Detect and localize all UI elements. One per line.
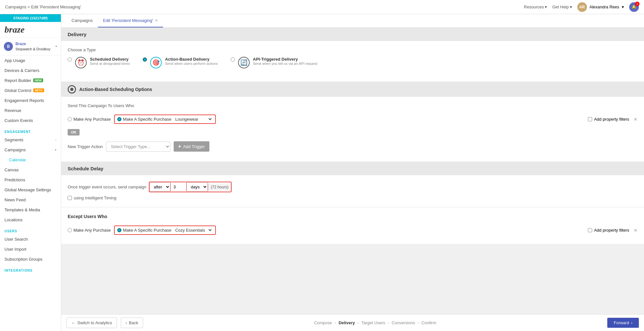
make-specific-purchase-option[interactable]: Make A Specific Purchase [117, 117, 171, 122]
user-menu[interactable]: AR Alexandra Rees ▾ [577, 2, 624, 12]
chevron-right-icon: › [55, 138, 56, 142]
close-icon-1[interactable]: ✕ [634, 117, 638, 122]
add-trigger-button[interactable]: + Add Trigger [174, 141, 209, 152]
scheduled-radio[interactable] [68, 57, 72, 62]
braze-logo: braze [5, 25, 24, 35]
layout: STAGING (15217d8f) braze B Braze Stopwat… [0, 14, 644, 331]
schedule-delay-header: Schedule Delay [61, 162, 644, 175]
intelligent-timing-label: using Intelligent Timing [74, 196, 116, 200]
add-property-checkbox-2[interactable] [588, 228, 592, 232]
cozy-essentials-select[interactable]: Cozy Essentials [174, 227, 213, 233]
except-make-any-purchase-radio[interactable] [68, 228, 72, 232]
delivery-title: Delivery [68, 32, 86, 37]
sidebar-item-user-search[interactable]: User Search [0, 234, 61, 244]
specific-purchase-box: Make A Specific Purchase Loungewear [114, 115, 216, 124]
switch-analytics-button[interactable]: ← Switch to Analytics [66, 317, 117, 328]
gethelp-menu[interactable]: Get Help ▾ [552, 5, 572, 9]
sidebar-item-calendar[interactable]: Calendar [0, 155, 61, 165]
delivery-body: Choose a Type ⏰ Scheduled Delivery Send … [61, 41, 644, 81]
api-triggered-radio[interactable] [231, 57, 235, 62]
after-select[interactable]: after [149, 182, 170, 192]
users-section-label: USERS [0, 225, 61, 234]
brand-icon: B [4, 42, 13, 51]
add-property-label-1: Add property filters [594, 117, 629, 122]
make-any-purchase-option[interactable]: Make Any Purchase [68, 117, 111, 122]
topbar-right: Resources ▾ Get Help ▾ AR Alexandra Rees… [524, 2, 639, 12]
sidebar-item-user-import[interactable]: User Import [0, 244, 61, 254]
sidebar-item-segments[interactable]: Segments › [0, 135, 61, 145]
scheduled-subtitle: Send at designated times [90, 62, 130, 65]
step-delivery: Delivery [339, 320, 355, 325]
close-icon[interactable]: ✕ [155, 18, 158, 23]
send-campaign-label: Send This Campaign To Users Who [68, 103, 638, 108]
api-triggered-delivery-option[interactable]: 🔄 API-Triggered Delivery Send when you t… [231, 57, 317, 68]
sidebar-item-news-feed[interactable]: News Feed [0, 195, 61, 205]
notification-badge: 2 [635, 2, 639, 6]
notification-button[interactable]: 2 🔔 [629, 2, 639, 12]
unit-select[interactable]: days [187, 182, 208, 192]
schedule-label: Once trigger event occurs, send campaign [68, 185, 146, 189]
schedule-delay-body: Once trigger event occurs, send campaign… [61, 175, 644, 207]
except-users-title: Except Users Who [68, 214, 638, 219]
except-make-any-purchase-option[interactable]: Make Any Purchase [68, 228, 111, 233]
add-property-checkbox-1[interactable] [588, 117, 592, 121]
engagement-section-label: ENGAGEMENT [0, 125, 61, 135]
main: Campaigns Edit 'Persistent Messaging' ✕ … [61, 14, 644, 331]
sidebar-item-global-message-settings[interactable]: Global Message Settings [0, 185, 61, 195]
forward-button[interactable]: Forward › [607, 318, 639, 328]
resources-menu[interactable]: Resources ▾ [524, 5, 547, 9]
gethelp-label: Get Help [552, 5, 569, 9]
topbar: Campaigns > Edit 'Persistent Messaging' … [0, 0, 644, 14]
schedule-delay-row: Once trigger event occurs, send campaign… [68, 182, 638, 192]
action-based-delivery-option[interactable]: 🎯 Action-Based Delivery Send when users … [143, 57, 218, 68]
back-button[interactable]: ‹ Back [121, 317, 143, 328]
chevron-down-icon: ▾ [545, 5, 547, 9]
make-any-purchase-radio[interactable] [68, 117, 72, 121]
close-icon-2[interactable]: ✕ [634, 228, 638, 233]
step-confirm: Confirm [421, 320, 436, 325]
sidebar-item-revenue[interactable]: Revenue [0, 105, 61, 115]
step-compose: Compose [314, 320, 332, 325]
step-target-users: Target Users [361, 320, 385, 325]
scheduled-delivery-option[interactable]: ⏰ Scheduled Delivery Send at designated … [68, 57, 130, 68]
sidebar-item-report-builder[interactable]: Report Builder NEW [0, 75, 61, 85]
sidebar-item-global-control[interactable]: Global Control BETA [0, 85, 61, 95]
clock-icon: ⏰ [75, 57, 87, 68]
days-input[interactable] [170, 183, 187, 191]
sidebar-item-devices-carriers[interactable]: Devices & Carriers [0, 65, 61, 75]
sidebar-item-subscription-groups[interactable]: Subscription Groups [0, 254, 61, 264]
brand-area[interactable]: B Braze Stopwatch & Droidboy ▾ [0, 38, 61, 55]
avatar: AR [577, 2, 587, 12]
schedule-delay-title: Schedule Delay [68, 166, 103, 171]
bottom-bar: ← Switch to Analytics ‹ Back Compose › D… [61, 314, 644, 331]
sidebar-item-campaigns[interactable]: Campaigns ▾ [0, 145, 61, 155]
sidebar-item-predictions[interactable]: Predictions [0, 175, 61, 185]
sidebar-item-locations[interactable]: Locations [0, 215, 61, 225]
sidebar-item-custom-events[interactable]: Custom Events [0, 115, 61, 125]
action-section-title: Action-Based Scheduling Options [79, 87, 152, 92]
tab-edit-persistent-messaging[interactable]: Edit 'Persistent Messaging' ✕ [98, 14, 163, 27]
sidebar-item-templates-media[interactable]: Templates & Media [0, 205, 61, 215]
add-property-area-2: Add property filters ✕ [588, 228, 638, 233]
sidebar-item-engagement-reports[interactable]: Engagement Reports [0, 95, 61, 105]
schedule-highlighted-box: after days (72 hours) [149, 182, 232, 192]
except-make-specific-purchase-option[interactable]: Make A Specific Purchase [117, 228, 171, 233]
loungewear-select[interactable]: Loungewear [174, 116, 213, 122]
breadcrumb-trail: Compose › Delivery › Target Users › Conv… [314, 320, 436, 325]
action-based-radio[interactable] [143, 57, 147, 62]
sidebar-item-app-usage[interactable]: App Usage [0, 55, 61, 65]
new-badge: NEW [33, 78, 43, 82]
except-make-specific-purchase-radio[interactable] [117, 228, 121, 232]
except-trigger-row: Make Any Purchase Make A Specific Purcha… [68, 223, 638, 237]
arrow-left-icon: ‹ [126, 320, 127, 325]
sidebar-item-canvas[interactable]: Canvas [0, 165, 61, 175]
intelligent-timing-checkbox[interactable] [68, 196, 72, 200]
trigger-type-select[interactable]: Select Trigger Type... [106, 142, 170, 152]
trigger-row-1: Make Any Purchase Make A Specific Purcha… [68, 112, 638, 126]
brand-text: Braze Stopwatch & Droidboy [15, 42, 51, 51]
make-specific-purchase-radio[interactable] [117, 117, 121, 121]
user-name: Alexandra Rees [590, 5, 620, 9]
beta-badge: BETA [33, 88, 44, 92]
tab-campaigns[interactable]: Campaigns [66, 14, 98, 27]
arrow-icon: › [357, 320, 359, 325]
